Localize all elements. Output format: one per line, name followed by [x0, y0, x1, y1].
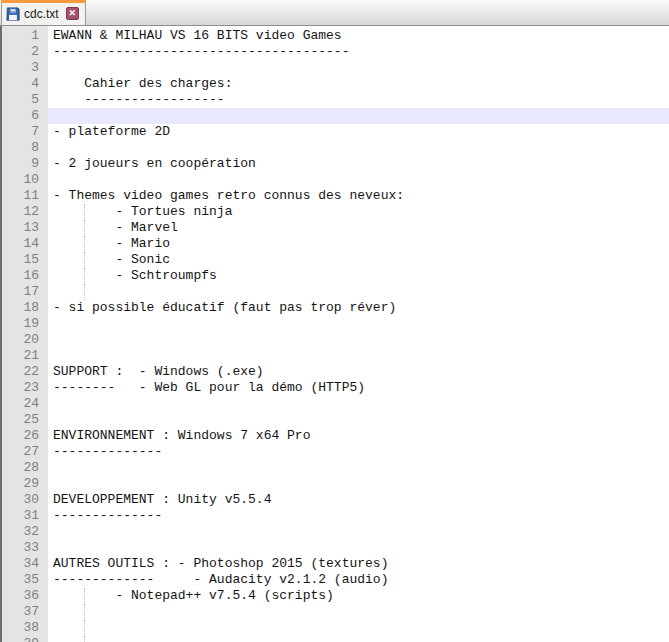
line-text[interactable] [48, 524, 669, 540]
line-number[interactable]: 20 [2, 332, 48, 348]
line-text[interactable]: - Marvel [48, 220, 669, 236]
line-number[interactable]: 5 [2, 92, 48, 108]
editor-line[interactable]: 32 [2, 524, 669, 540]
editor-line[interactable]: 27-------------- [2, 444, 669, 460]
editor-line[interactable]: 38 [2, 620, 669, 636]
editor-line[interactable]: 19 [2, 316, 669, 332]
editor-line[interactable]: 31-------------- [2, 508, 669, 524]
line-number[interactable]: 39 [2, 636, 48, 642]
editor-line[interactable]: 39 [2, 636, 669, 642]
editor-line[interactable]: 12 - Tortues ninja [2, 204, 669, 220]
line-text[interactable] [48, 60, 669, 76]
line-text[interactable]: Cahier des charges: [48, 76, 669, 92]
line-number[interactable]: 7 [2, 124, 48, 140]
editor-line[interactable]: 34AUTRES OUTILS : - Photoshop 2015 (text… [2, 556, 669, 572]
editor-line[interactable]: 10 [2, 172, 669, 188]
editor-line[interactable]: 36 - Notepad++ v7.5.4 (scripts) [2, 588, 669, 604]
line-number[interactable]: 32 [2, 524, 48, 540]
editor-line[interactable]: 28 [2, 460, 669, 476]
editor-line[interactable]: 21 [2, 348, 669, 364]
editor-line[interactable]: 11- Themes video games retro connus des … [2, 188, 669, 204]
line-text[interactable] [48, 412, 669, 428]
line-number[interactable]: 31 [2, 508, 48, 524]
line-text[interactable] [48, 332, 669, 348]
editor-line[interactable]: 37 [2, 604, 669, 620]
line-number[interactable]: 11 [2, 188, 48, 204]
editor-line[interactable]: 2-------------------------------------- [2, 44, 669, 60]
editor-line[interactable]: 24 [2, 396, 669, 412]
editor-line[interactable]: 7- plateforme 2D [2, 124, 669, 140]
line-number[interactable]: 4 [2, 76, 48, 92]
line-text[interactable] [48, 172, 669, 188]
line-text[interactable]: DEVELOPPEMENT : Unity v5.5.4 [48, 492, 669, 508]
line-number[interactable]: 21 [2, 348, 48, 364]
line-text[interactable] [48, 284, 669, 300]
line-text[interactable]: - Schtroumpfs [48, 268, 669, 284]
editor-line[interactable]: 26ENVIRONNEMENT : Windows 7 x64 Pro [2, 428, 669, 444]
line-text[interactable]: EWANN & MILHAU VS 16 BITS video Games [48, 28, 669, 44]
line-text[interactable] [48, 620, 669, 636]
editor-line[interactable]: 1EWANN & MILHAU VS 16 BITS video Games [2, 28, 669, 44]
line-number[interactable]: 36 [2, 588, 48, 604]
editor-line[interactable]: 14 - Mario [2, 236, 669, 252]
line-text[interactable]: - Sonic [48, 252, 669, 268]
line-number[interactable]: 6 [2, 108, 48, 124]
line-number[interactable]: 1 [2, 28, 48, 44]
line-text[interactable]: -------- - Web GL pour la démo (HTTP5) [48, 380, 669, 396]
line-text[interactable]: - si possible éducatif (faut pas trop ré… [48, 300, 669, 316]
line-number[interactable]: 28 [2, 460, 48, 476]
line-number[interactable]: 14 [2, 236, 48, 252]
tab-cdc-txt[interactable]: cdc.txt ✕ [1, 0, 86, 25]
editor-line[interactable]: 18- si possible éducatif (faut pas trop … [2, 300, 669, 316]
editor-line[interactable]: 5 ------------------ [2, 92, 669, 108]
line-number[interactable]: 35 [2, 572, 48, 588]
line-text[interactable]: - Tortues ninja [48, 204, 669, 220]
line-number[interactable]: 26 [2, 428, 48, 444]
line-text[interactable] [48, 460, 669, 476]
editor-line[interactable]: 22SUPPORT : - Windows (.exe) [2, 364, 669, 380]
line-text[interactable]: - plateforme 2D [48, 124, 669, 140]
editor-line[interactable]: 13 - Marvel [2, 220, 669, 236]
line-number[interactable]: 29 [2, 476, 48, 492]
line-text[interactable] [48, 604, 669, 620]
line-number[interactable]: 24 [2, 396, 48, 412]
line-number[interactable]: 27 [2, 444, 48, 460]
line-number[interactable]: 33 [2, 540, 48, 556]
line-text[interactable]: -------------------------------------- [48, 44, 669, 60]
editor-line[interactable]: 23-------- - Web GL pour la démo (HTTP5) [2, 380, 669, 396]
editor-line[interactable]: 8 [2, 140, 669, 156]
editor-line[interactable]: 16 - Schtroumpfs [2, 268, 669, 284]
editor-line[interactable]: 25 [2, 412, 669, 428]
line-text[interactable] [48, 396, 669, 412]
line-text[interactable] [48, 316, 669, 332]
line-number[interactable]: 22 [2, 364, 48, 380]
line-number[interactable]: 18 [2, 300, 48, 316]
line-number[interactable]: 23 [2, 380, 48, 396]
line-number[interactable]: 3 [2, 60, 48, 76]
line-text[interactable] [48, 540, 669, 556]
line-number[interactable]: 9 [2, 156, 48, 172]
editor-line[interactable]: 17 [2, 284, 669, 300]
editor-line[interactable]: 30DEVELOPPEMENT : Unity v5.5.4 [2, 492, 669, 508]
line-number[interactable]: 13 [2, 220, 48, 236]
line-number[interactable]: 30 [2, 492, 48, 508]
line-text[interactable] [48, 348, 669, 364]
editor-line[interactable]: 33 [2, 540, 669, 556]
line-text[interactable]: ------------------ [48, 92, 669, 108]
line-number[interactable]: 38 [2, 620, 48, 636]
line-text[interactable]: ------------- - Audacity v2.1.2 (audio) [48, 572, 669, 588]
line-number[interactable]: 16 [2, 268, 48, 284]
editor-line[interactable]: 4 Cahier des charges: [2, 76, 669, 92]
line-number[interactable]: 25 [2, 412, 48, 428]
line-number[interactable]: 2 [2, 44, 48, 60]
line-number[interactable]: 34 [2, 556, 48, 572]
editor-line[interactable]: 20 [2, 332, 669, 348]
editor-line[interactable]: 3 [2, 60, 669, 76]
editor-line[interactable]: 29 [2, 476, 669, 492]
editor-line[interactable]: 35------------- - Audacity v2.1.2 (audio… [2, 572, 669, 588]
line-text[interactable]: -------------- [48, 444, 669, 460]
line-text[interactable]: - 2 joueurs en coopération [48, 156, 669, 172]
line-number[interactable]: 10 [2, 172, 48, 188]
line-text[interactable]: -------------- [48, 508, 669, 524]
line-number[interactable]: 12 [2, 204, 48, 220]
